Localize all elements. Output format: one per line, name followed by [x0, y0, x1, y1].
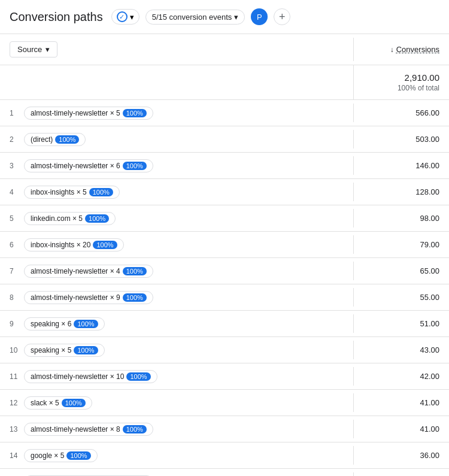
source-label: Source [17, 45, 42, 54]
table-row: 15almost-timely-newsletter × 7100%32.00 [0, 469, 449, 476]
events-chevron-icon: ▾ [234, 13, 238, 22]
path-chip[interactable]: slack × 5100% [24, 396, 92, 410]
pct-badge: 100% [123, 425, 147, 433]
pct-badge: 100% [126, 372, 150, 381]
row-path-cell: almost-timely-newsletter × 9100% [24, 286, 353, 309]
table-row: 13almost-timely-newsletter × 8100%41.00 [0, 416, 449, 442]
summary-row: 2,910.00 100% of total [0, 65, 449, 100]
summary-pct: 100% of total [363, 84, 439, 92]
row-number: 13 [0, 425, 24, 433]
conversions-header-label: Conversions [396, 45, 439, 54]
path-chip[interactable]: (direct)100% [24, 133, 86, 146]
path-label: speaking × 5 [31, 346, 71, 354]
path-chip[interactable]: almost-timely-newsletter × 9100% [24, 291, 153, 304]
pct-badge: 100% [123, 162, 147, 170]
pct-badge: 100% [93, 241, 117, 249]
row-conversions: 65.00 [353, 262, 449, 280]
table-row: 4inbox-insights × 5100%128.00 [0, 179, 449, 205]
row-conversions: 79.00 [353, 235, 449, 254]
table-body: 1almost-timely-newsletter × 5100%566.002… [0, 100, 449, 476]
add-button[interactable]: + [274, 8, 290, 25]
row-number: 11 [0, 372, 24, 381]
table-row: 8almost-timely-newsletter × 9100%55.00 [0, 284, 449, 311]
row-conversions: 36.00 [353, 446, 449, 465]
table-header: Source ▾ ↓ Conversions [0, 34, 449, 65]
path-chip[interactable]: inbox-insights × 5100% [24, 186, 120, 199]
summary-conversions-cell: 2,910.00 100% of total [353, 65, 449, 99]
path-label: inbox-insights × 20 [31, 241, 90, 249]
path-chip[interactable]: linkedin.com × 5100% [24, 212, 116, 225]
path-label: slack × 5 [31, 399, 59, 407]
add-icon: + [279, 11, 286, 23]
row-number: 5 [0, 214, 24, 223]
row-conversions: 41.00 [353, 420, 449, 438]
check-icon: ✓ [117, 11, 128, 22]
row-conversions: 41.00 [353, 393, 449, 412]
row-conversions: 42.00 [353, 367, 449, 386]
path-label: almost-timely-newsletter × 4 [31, 267, 120, 275]
pct-badge: 100% [123, 267, 147, 275]
check-dropdown-chevron: ▾ [130, 13, 134, 22]
path-chip[interactable]: almost-timely-newsletter × 8100% [24, 423, 153, 436]
row-path-cell: almost-timely-newsletter × 5100% [24, 102, 353, 125]
path-label: inbox-insights × 5 [31, 188, 87, 196]
pct-badge: 100% [74, 346, 98, 354]
path-label: speaking × 6 [31, 320, 71, 328]
avatar-button[interactable]: P [251, 8, 268, 25]
path-label: linkedin.com × 5 [31, 214, 83, 223]
row-conversions: 32.00 [353, 472, 449, 476]
sort-down-icon: ↓ [390, 46, 394, 54]
path-chip[interactable]: google × 5100% [24, 449, 98, 462]
row-path-cell: (direct)100% [24, 128, 353, 151]
row-number: 8 [0, 293, 24, 302]
path-label: almost-timely-newsletter × 9 [31, 293, 120, 302]
summary-path-cell [0, 83, 353, 99]
row-number: 6 [0, 241, 24, 249]
pct-badge: 100% [123, 293, 147, 302]
path-label: (direct) [31, 135, 53, 144]
path-chip[interactable]: speaking × 5100% [24, 344, 105, 357]
path-chip[interactable]: inbox-insights × 20100% [24, 238, 124, 251]
row-conversions: 51.00 [353, 314, 449, 333]
table-row: 3almost-timely-newsletter × 6100%146.00 [0, 153, 449, 179]
row-path-cell: google × 5100% [24, 444, 353, 467]
table-row: 7almost-timely-newsletter × 4100%65.00 [0, 258, 449, 284]
path-chip[interactable]: almost-timely-newsletter × 4100% [24, 265, 153, 278]
row-path-cell: slack × 5100% [24, 392, 353, 414]
table-row: 14google × 5100%36.00 [0, 442, 449, 469]
row-path-cell: almost-timely-newsletter × 6100% [24, 154, 353, 177]
row-conversions: 128.00 [353, 183, 449, 201]
path-label: google × 5 [31, 451, 64, 460]
events-button[interactable]: 5/15 conversion events ▾ [145, 10, 245, 25]
row-conversions: 503.00 [353, 130, 449, 148]
row-path-cell: almost-timely-newsletter × 10100% [24, 365, 353, 388]
pct-badge: 100% [85, 214, 109, 223]
path-chip[interactable]: almost-timely-newsletter × 6100% [24, 159, 153, 172]
check-dropdown-button[interactable]: ✓ ▾ [111, 9, 139, 25]
row-path-cell: inbox-insights × 20100% [24, 234, 353, 256]
row-conversions: 43.00 [353, 341, 449, 359]
row-path-cell: inbox-insights × 5100% [24, 181, 353, 204]
pct-badge: 100% [123, 109, 147, 117]
table-row: 6inbox-insights × 20100%79.00 [0, 232, 449, 258]
summary-value: 2,910.00 [363, 72, 439, 83]
path-chip[interactable]: almost-timely-newsletter × 5100% [24, 107, 153, 120]
pct-badge: 100% [66, 451, 90, 460]
source-filter-button[interactable]: Source ▾ [10, 41, 57, 57]
row-number: 2 [0, 135, 24, 144]
path-column-header: Source ▾ [0, 34, 353, 65]
table-row: 11almost-timely-newsletter × 10100%42.00 [0, 363, 449, 390]
row-number: 14 [0, 451, 24, 460]
row-path-cell: almost-timely-newsletter × 7100% [24, 471, 353, 477]
row-conversions: 98.00 [353, 209, 449, 228]
conversions-column-header: ↓ Conversions [353, 38, 449, 61]
row-path-cell: almost-timely-newsletter × 4100% [24, 260, 353, 283]
pct-badge: 100% [89, 188, 113, 196]
page-header: Conversion paths ✓ ▾ 5/15 conversion eve… [0, 0, 449, 34]
conversions-table: Source ▾ ↓ Conversions 2,910.00 100% of … [0, 34, 449, 476]
path-chip[interactable]: speaking × 6100% [24, 317, 105, 331]
row-number: 1 [0, 109, 24, 117]
row-number: 12 [0, 399, 24, 407]
row-number: 9 [0, 320, 24, 328]
path-chip[interactable]: almost-timely-newsletter × 10100% [24, 370, 157, 383]
